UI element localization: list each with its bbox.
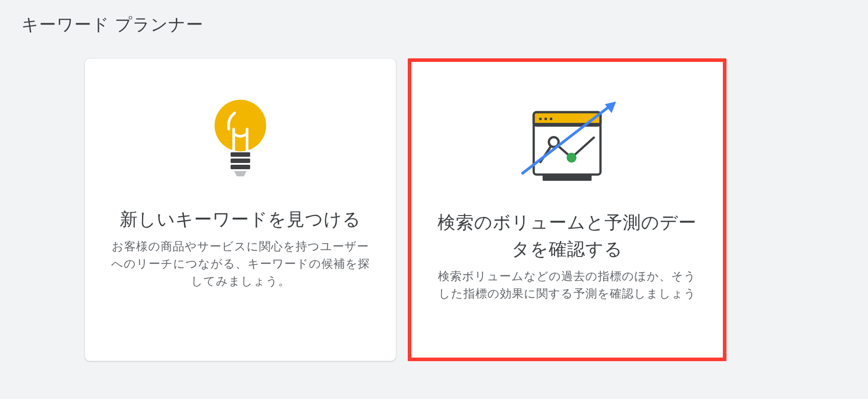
svg-rect-3 xyxy=(231,152,250,157)
highlighted-card-border: 検索のボリュームと予測のデータを確認する 検索ボリュームなどの過去の指標のほか、… xyxy=(408,58,726,361)
svg-rect-4 xyxy=(231,159,250,163)
svg-point-9 xyxy=(539,118,542,120)
svg-rect-8 xyxy=(534,123,600,126)
discover-card-title: 新しいキーワードを見つける xyxy=(115,206,365,232)
svg-point-0 xyxy=(215,100,266,151)
lightbulb-icon xyxy=(209,81,272,197)
discover-card-description: お客様の商品やサービスに関心を持つユーザーへのリーチにつながる、キーワードの候補… xyxy=(103,238,378,290)
chart-trend-icon xyxy=(509,84,625,200)
cards-container: 新しいキーワードを見つける お客様の商品やサービスに関心を持つユーザーへのリーチ… xyxy=(0,45,868,361)
forecast-card-description: 検索ボリュームなどの過去の指標のほか、そうした指標の効果に関する予測を確認しまし… xyxy=(429,268,705,302)
svg-point-14 xyxy=(567,153,576,163)
discover-keywords-card[interactable]: 新しいキーワードを見つける お客様の商品やサービスに関心を持つユーザーへのリーチ… xyxy=(85,58,396,361)
svg-point-10 xyxy=(544,118,547,120)
svg-point-11 xyxy=(550,118,552,120)
forecast-volume-card[interactable]: 検索のボリュームと予測のデータを確認する 検索ボリュームなどの過去の指標のほか、… xyxy=(411,62,723,358)
page-title: キーワード プランナー xyxy=(0,0,868,45)
svg-rect-12 xyxy=(543,175,592,181)
svg-rect-5 xyxy=(231,165,250,169)
forecast-card-title: 検索のボリュームと予測のデータを確認する xyxy=(429,209,705,262)
